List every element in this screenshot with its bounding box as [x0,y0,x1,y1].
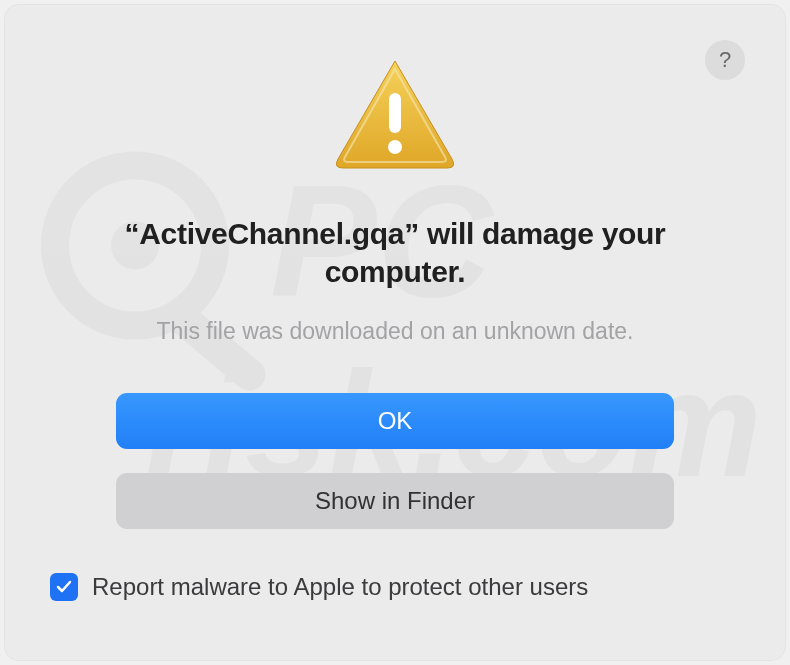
report-malware-checkbox[interactable] [50,573,78,601]
show-in-finder-button[interactable]: Show in Finder [116,473,674,529]
help-icon-label: ? [719,47,731,73]
svg-rect-5 [389,93,401,133]
ok-button[interactable]: OK [116,393,674,449]
title-filename: ActiveChannel.gqa [139,217,404,250]
report-malware-label: Report malware to Apple to protect other… [92,573,588,601]
help-button[interactable]: ? [705,40,745,80]
report-malware-row: Report malware to Apple to protect other… [50,573,588,601]
dialog-subtitle: This file was downloaded on an unknown d… [157,318,634,345]
warning-icon [330,55,460,175]
security-alert-dialog: risk.com PC ? “ActiveChannel.gqa” will d… [5,5,785,660]
title-quote-open: “ [124,217,139,250]
dialog-title: “ActiveChannel.gqa” will damage your com… [75,215,715,290]
svg-point-6 [388,140,402,154]
checkmark-icon [55,578,73,596]
svg-rect-1 [159,295,271,397]
